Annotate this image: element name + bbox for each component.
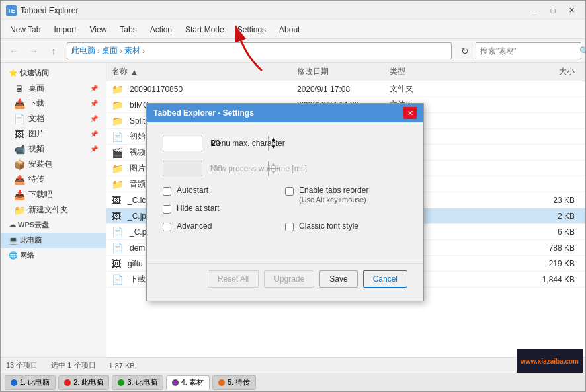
- classic-font-style-checkbox[interactable]: [285, 223, 294, 231]
- dialog-title-bar: Tabbed Explorer - Settings ✕: [147, 104, 423, 122]
- advanced-row: Advanced: [163, 221, 285, 231]
- autostart-row: Autostart: [163, 186, 285, 196]
- hide-at-start-checkbox[interactable]: [163, 205, 171, 214]
- menu-max-label: Menu max. character: [210, 139, 285, 148]
- dialog-overlay: Tabbed Explorer - Settings ✕ ▲ ▼ Menu ma…: [1, 1, 585, 391]
- setting-row-wait-time: ▲ ▼ New process wait time [ms]: [163, 161, 407, 176]
- enable-tabs-reorder-label[interactable]: Enable tabs reorder (Use Alt key+mouse): [299, 186, 368, 204]
- setting-row-menu-max: ▲ ▼ Menu max. character: [163, 136, 407, 151]
- autostart-label[interactable]: Autostart: [177, 186, 208, 195]
- save-button[interactable]: Save: [319, 270, 357, 288]
- dialog-close-button[interactable]: ✕: [403, 107, 417, 119]
- checkbox-section: Autostart Hide at start Advanced: [163, 186, 407, 239]
- cancel-button[interactable]: Cancel: [363, 270, 407, 288]
- reset-all-button[interactable]: Reset All: [208, 270, 259, 288]
- hide-at-start-label[interactable]: Hide at start: [177, 204, 220, 213]
- checkbox-col-left: Autostart Hide at start Advanced: [163, 186, 285, 239]
- upgrade-button[interactable]: Upgrade: [264, 270, 314, 288]
- dialog-title: Tabbed Explorer - Settings: [153, 108, 403, 118]
- dialog-footer: Reset All Upgrade Save Cancel: [147, 263, 423, 301]
- settings-dialog: Tabbed Explorer - Settings ✕ ▲ ▼ Menu ma…: [146, 103, 424, 301]
- checkbox-col-right: Enable tabs reorder (Use Alt key+mouse) …: [285, 186, 407, 239]
- enable-tabs-reorder-checkbox[interactable]: [285, 187, 294, 196]
- wait-time-label: New process wait time [ms]: [210, 164, 307, 173]
- wait-time-spinner: ▲ ▼: [163, 161, 202, 176]
- hide-at-start-row: Hide at start: [163, 204, 285, 214]
- advanced-label[interactable]: Advanced: [177, 221, 212, 231]
- enable-tabs-reorder-row: Enable tabs reorder (Use Alt key+mouse): [285, 186, 407, 204]
- autostart-checkbox[interactable]: [163, 187, 171, 196]
- menu-max-spinner[interactable]: ▲ ▼: [163, 136, 202, 151]
- classic-font-style-label[interactable]: Classic font style: [299, 221, 358, 231]
- classic-font-style-row: Classic font style: [285, 221, 407, 231]
- advanced-checkbox[interactable]: [163, 223, 171, 231]
- dialog-body: ▲ ▼ Menu max. character ▲ ▼: [147, 122, 423, 260]
- main-window: TE Tabbed Explorer ─ □ ✕ New Tab Import …: [0, 0, 586, 392]
